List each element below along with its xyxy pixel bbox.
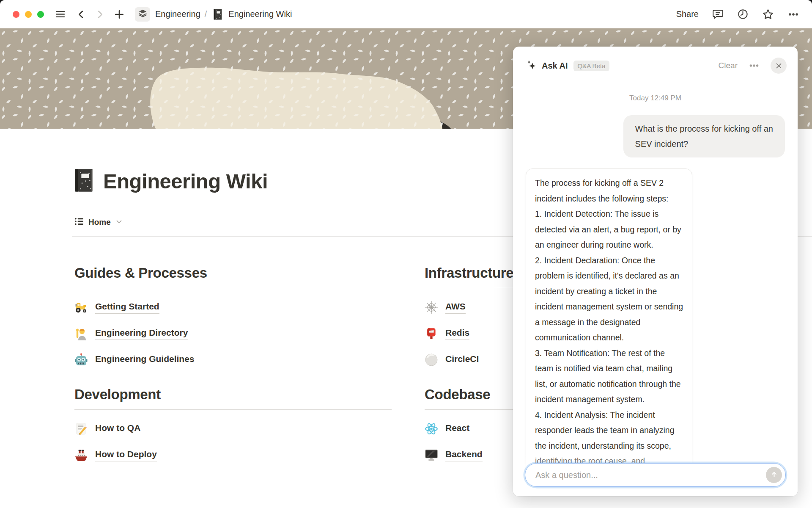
ellipsis-icon[interactable] <box>749 60 760 71</box>
plus-icon[interactable] <box>114 9 125 20</box>
page-title[interactable]: Engineering Wiki <box>103 169 268 193</box>
page-link-label: CircleCI <box>445 353 479 366</box>
ask-ai-panel: Ask AI Q&A Beta Clear Today 12:49 PM Wha… <box>513 47 798 496</box>
robot-icon <box>74 353 88 367</box>
page-link-label: AWS <box>445 301 466 314</box>
comment-icon[interactable] <box>712 8 724 20</box>
ask-ai-title: Ask AI <box>542 61 568 71</box>
column-left: Guides & Processes Getting Started Engin… <box>74 265 392 482</box>
page-link-how-to-qa[interactable]: How to QA <box>74 422 392 436</box>
page-link-label: How to QA <box>95 422 140 435</box>
ask-question-input[interactable] <box>525 463 786 487</box>
close-icon[interactable] <box>771 58 787 74</box>
page-link-label: Backend <box>445 449 483 461</box>
app-window: Engineering / Engineering Wiki Share <box>0 0 812 508</box>
page-link-label: Redis <box>445 327 469 340</box>
chevron-back-icon[interactable] <box>77 10 86 19</box>
ai-response-bubble: The process for kicking off a SEV 2 inci… <box>526 168 692 476</box>
view-label: Home <box>88 218 111 227</box>
toolbar-right: Share <box>676 8 799 20</box>
star-icon[interactable] <box>762 8 774 20</box>
memo-icon <box>74 422 88 436</box>
view-switcher[interactable]: Home <box>74 217 123 228</box>
page-link-label: Engineering Directory <box>95 327 188 340</box>
notebook-icon <box>213 8 223 20</box>
page-link-engineering-guidelines[interactable]: Engineering Guidelines <box>74 353 392 367</box>
workspace-chip[interactable] <box>135 7 150 22</box>
ellipsis-icon[interactable] <box>787 8 799 20</box>
section-heading: Guides & Processes <box>74 265 392 288</box>
chevron-forward-icon[interactable] <box>95 10 104 19</box>
toolbar: Engineering / Engineering Wiki Share <box>0 0 812 28</box>
chat-date-label: Today 12:49 PM <box>513 94 798 102</box>
ask-ai-header: Ask AI Q&A Beta Clear <box>513 47 798 74</box>
tractor-icon <box>74 301 88 314</box>
zoom-window-button[interactable] <box>37 11 44 18</box>
user-message-bubble: What is the process for kicking off an S… <box>623 115 785 157</box>
arrow-up-icon <box>770 470 778 480</box>
ask-ai-header-actions: Clear <box>719 58 787 74</box>
monitor-icon <box>425 448 438 462</box>
page-link-label: How to Deploy <box>95 449 157 461</box>
section-development: Development How to QA How to Deploy <box>74 387 392 462</box>
postbox-icon <box>425 327 438 340</box>
react-icon <box>425 422 438 436</box>
hamburger-icon[interactable] <box>55 9 66 19</box>
white-circle-icon <box>425 353 438 367</box>
page-link-getting-started[interactable]: Getting Started <box>74 300 392 315</box>
list-view-icon <box>74 217 84 228</box>
section-heading: Development <box>74 387 392 410</box>
breadcrumb-workspace[interactable]: Engineering <box>155 9 200 19</box>
spider-web-icon <box>425 301 438 314</box>
person-raising-hand-icon <box>74 327 88 340</box>
page-icon-notebook[interactable] <box>73 168 96 193</box>
sparkles-icon <box>526 59 537 72</box>
page-link-how-to-deploy[interactable]: How to Deploy <box>74 448 392 462</box>
qa-beta-badge: Q&A Beta <box>573 61 610 71</box>
page-link-engineering-directory[interactable]: Engineering Directory <box>74 326 392 341</box>
clear-button[interactable]: Clear <box>719 61 738 70</box>
breadcrumb-page[interactable]: Engineering Wiki <box>228 9 292 19</box>
ship-icon <box>74 448 88 462</box>
page-link-label: Engineering Guidelines <box>95 353 195 366</box>
window-controls <box>13 11 44 18</box>
close-window-button[interactable] <box>13 11 19 18</box>
chat-messages: What is the process for kicking off an S… <box>513 115 798 476</box>
share-button[interactable]: Share <box>676 9 699 19</box>
ask-input-row <box>525 463 786 487</box>
page-link-label: Getting Started <box>95 301 159 314</box>
section-guides-processes: Guides & Processes Getting Started Engin… <box>74 265 392 367</box>
chevron-down-icon <box>115 218 123 227</box>
send-button[interactable] <box>766 467 782 483</box>
breadcrumb-separator: / <box>205 9 207 19</box>
layers-icon <box>138 9 147 19</box>
clock-icon[interactable] <box>737 8 749 20</box>
breadcrumb: Engineering / Engineering Wiki <box>155 8 292 20</box>
page-link-label: React <box>445 422 469 435</box>
minimize-window-button[interactable] <box>25 11 32 18</box>
